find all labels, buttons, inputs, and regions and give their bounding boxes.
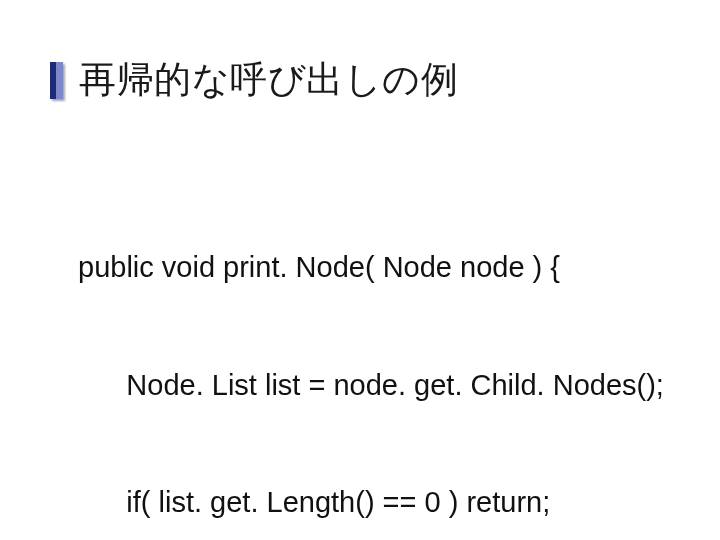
slide-title: 再帰的な呼び出しの例 bbox=[79, 55, 458, 105]
code-line: Node. List list = node. get. Child. Node… bbox=[78, 366, 664, 405]
code-block: public void print. Node( Node node ) { N… bbox=[78, 170, 664, 540]
slide-title-row: 再帰的な呼び出しの例 bbox=[50, 55, 458, 105]
title-bullet-icon bbox=[50, 62, 63, 99]
code-line: public void print. Node( Node node ) { bbox=[78, 248, 664, 287]
code-line: if( list. get. Length() == 0 ) return; bbox=[78, 483, 664, 522]
slide: 再帰的な呼び出しの例 public void print. Node( Node… bbox=[0, 0, 720, 540]
